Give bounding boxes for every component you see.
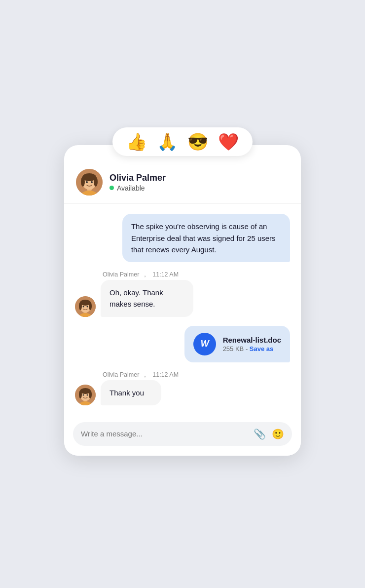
bubble-incoming-1: Oh, okay. Thank makes sense. bbox=[101, 280, 193, 317]
file-size: 255 KB bbox=[223, 345, 244, 353]
emoji-thumbsup[interactable]: 👍 bbox=[126, 133, 147, 150]
incoming-sender-1: Olivia Palmer bbox=[103, 271, 139, 278]
file-meta: 255 KB - Save as bbox=[223, 345, 281, 353]
incoming-row-1: Olivia Palmer, 11:12 AM Oh, okay. Thank … bbox=[75, 271, 290, 317]
chat-header: Olivia Palmer Available bbox=[64, 160, 301, 204]
file-icon-circle: W bbox=[193, 333, 216, 355]
emoji-reaction-bar: 👍 🙏 😎 ❤️ bbox=[112, 127, 253, 156]
incoming-row-2: Olivia Palmer, 11:12 AM Thank you bbox=[75, 371, 290, 405]
contact-name: Olivia Palmer bbox=[110, 173, 166, 183]
svg-point-17 bbox=[87, 306, 88, 307]
input-area: 📎 🙂 bbox=[64, 415, 301, 456]
outgoing-message-1: The spike you're observing is cause of a… bbox=[75, 214, 290, 262]
header-info: Olivia Palmer Available bbox=[110, 173, 166, 192]
emoji-sunglasses[interactable]: 😎 bbox=[187, 133, 208, 150]
file-bubble: W Renewal-list.doc 255 KB - Save as bbox=[184, 326, 290, 362]
file-name: Renewal-list.doc bbox=[223, 336, 281, 344]
bubble-incoming-2: Thank you bbox=[101, 380, 161, 405]
svg-point-26 bbox=[87, 394, 88, 395]
status-dot bbox=[110, 186, 114, 190]
svg-point-5 bbox=[81, 177, 85, 187]
outgoing-file-message: W Renewal-list.doc 255 KB - Save as bbox=[75, 326, 290, 362]
svg-point-23 bbox=[79, 391, 82, 398]
status-row: Available bbox=[110, 184, 166, 192]
save-as-link[interactable]: Save as bbox=[250, 345, 273, 353]
chat-outer-wrapper: 👍 🙏 😎 ❤️ bbox=[64, 118, 301, 470]
incoming-text-2: Thank you bbox=[110, 389, 144, 397]
file-info: Renewal-list.doc 255 KB - Save as bbox=[223, 336, 281, 353]
incoming-meta-1: Olivia Palmer, 11:12 AM bbox=[103, 271, 219, 278]
bubble-outgoing-1: The spike you're observing is cause of a… bbox=[122, 214, 290, 262]
chat-card: Olivia Palmer Available The spike you're… bbox=[64, 145, 301, 456]
incoming-group-1: Olivia Palmer, 11:12 AM Oh, okay. Thank … bbox=[75, 271, 290, 317]
status-text: Available bbox=[117, 184, 145, 192]
svg-point-16 bbox=[83, 306, 84, 307]
svg-point-8 bbox=[91, 181, 93, 183]
incoming-group-2: Olivia Palmer, 11:12 AM Thank you bbox=[75, 371, 290, 405]
incoming-avatar-1 bbox=[75, 296, 96, 317]
emoji-picker-icon[interactable]: 🙂 bbox=[272, 428, 284, 440]
avatar-container bbox=[76, 169, 103, 196]
incoming-sender-2: Olivia Palmer bbox=[103, 371, 139, 378]
message-input[interactable] bbox=[81, 430, 249, 438]
incoming-time-1: 11:12 AM bbox=[152, 271, 179, 278]
incoming-text-1: Oh, okay. Thank makes sense. bbox=[110, 288, 163, 308]
avatar bbox=[76, 169, 103, 196]
emoji-pray[interactable]: 🙏 bbox=[157, 133, 178, 150]
svg-point-24 bbox=[89, 391, 92, 398]
input-row: 📎 🙂 bbox=[73, 422, 292, 446]
incoming-time-2: 11:12 AM bbox=[152, 371, 179, 378]
word-icon: W bbox=[201, 339, 209, 349]
incoming-avatar-2 bbox=[75, 385, 96, 405]
incoming-meta-2: Olivia Palmer, 11:12 AM bbox=[103, 371, 179, 378]
svg-point-7 bbox=[86, 181, 88, 183]
svg-point-6 bbox=[94, 177, 98, 187]
input-icons: 📎 🙂 bbox=[254, 428, 284, 440]
emoji-heart[interactable]: ❤️ bbox=[218, 133, 239, 150]
svg-point-14 bbox=[79, 302, 82, 310]
attachment-icon[interactable]: 📎 bbox=[254, 428, 266, 440]
messages-area: The spike you're observing is cause of a… bbox=[64, 204, 301, 415]
svg-point-15 bbox=[89, 302, 92, 310]
outgoing-text-1: The spike you're observing is cause of a… bbox=[131, 222, 276, 254]
svg-point-25 bbox=[83, 394, 84, 395]
